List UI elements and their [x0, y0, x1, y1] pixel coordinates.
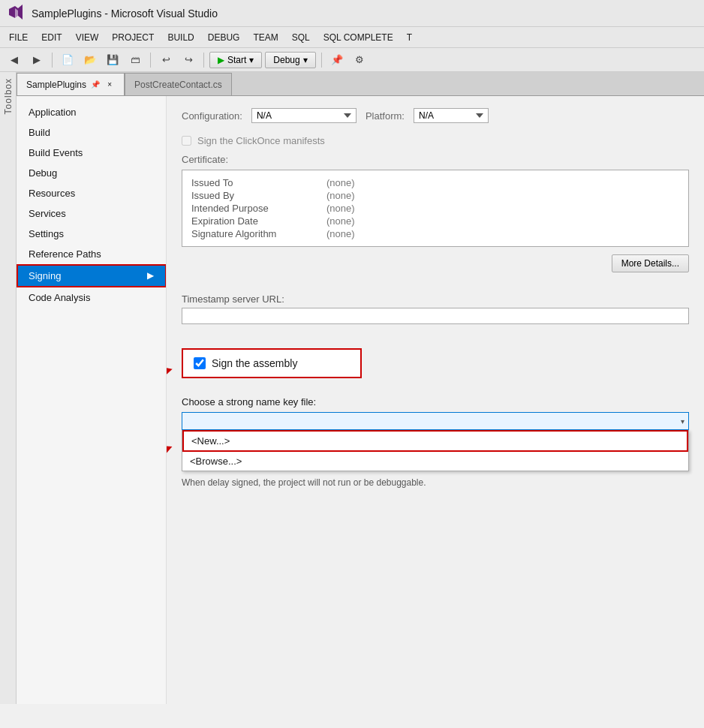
cert-key-expiration-date: Expiration Date — [191, 215, 326, 227]
save-button[interactable]: 💾 — [103, 51, 122, 69]
cert-key-intended-purpose: Intended Purpose — [191, 203, 326, 214]
key-file-section: Choose a strong name key file: ▾ <New...… — [182, 396, 689, 488]
save-all-button[interactable]: 🗃 — [125, 51, 145, 69]
start-arrow: ▾ — [249, 55, 254, 65]
cert-row-issued-by: Issued By (none) — [191, 189, 679, 202]
cert-row-expiration-date: Expiration Date (none) — [191, 215, 679, 227]
choose-key-label: Choose a strong name key file: — [182, 396, 689, 408]
cert-value-signature-algorithm: (none) — [326, 228, 355, 239]
configuration-row: Configuration: N/A Platform: N/A — [182, 108, 689, 123]
start-label: Start — [227, 55, 246, 65]
toolbox-sidebar: Toolbox — [0, 72, 17, 704]
redo-button[interactable]: ↪ — [179, 51, 198, 69]
undo-button[interactable]: ↩ — [156, 51, 176, 69]
nav-item-signing[interactable]: Signing ▶ — [17, 264, 166, 287]
settings-button[interactable]: ⚙ — [350, 51, 369, 69]
sign-clickonce-label: Sign the ClickOnce manifests — [197, 135, 325, 146]
cert-key-signature-algorithm: Signature Algorithm — [191, 228, 326, 239]
nav-item-resources[interactable]: Resources — [17, 183, 166, 203]
menu-bar: FILE EDIT VIEW PROJECT BUILD DEBUG TEAM … — [0, 27, 704, 48]
cert-key-issued-by: Issued By — [191, 190, 326, 201]
key-file-dropdown-container: ▾ — [182, 412, 689, 430]
nav-item-reference-paths[interactable]: Reference Paths — [17, 244, 166, 264]
sign-assembly-label: Sign the assembly — [212, 357, 297, 369]
sign-clickonce-row: Sign the ClickOnce manifests — [182, 135, 689, 146]
more-details-button[interactable]: More Details... — [612, 254, 689, 272]
tab-label-sample-plugins: SamplePlugins — [26, 80, 86, 90]
main-layout: Toolbox SamplePlugins 📌 × PostCreateCont… — [0, 72, 704, 704]
certificate-box: Issued To (none) Issued By (none) Intend… — [182, 170, 689, 247]
tab-close-icon[interactable]: × — [104, 80, 115, 90]
window-title: SamplePlugins - Microsoft Visual Studio — [32, 8, 218, 20]
debug-dropdown[interactable]: Debug ▾ — [265, 52, 315, 68]
start-icon: ▶ — [218, 55, 224, 65]
pin-button[interactable]: 📌 — [327, 51, 347, 69]
tab-pin-icon[interactable]: 📌 — [91, 80, 100, 89]
toolbar-separator — [52, 53, 53, 68]
timestamp-input[interactable] — [182, 308, 689, 324]
timestamp-label: Timestamp server URL: — [182, 293, 689, 305]
cert-value-issued-to: (none) — [326, 177, 355, 188]
delay-sign-info: When delay signed, the project will not … — [182, 477, 689, 488]
arrow-sign-assembly — [167, 348, 182, 393]
menu-edit[interactable]: EDIT — [35, 30, 68, 45]
nav-item-build[interactable]: Build — [17, 122, 166, 143]
configuration-select[interactable]: N/A — [251, 108, 357, 123]
open-button[interactable]: 📂 — [80, 51, 100, 69]
platform-label: Platform: — [366, 110, 405, 122]
toolbar-separator-2 — [150, 53, 151, 68]
key-file-input[interactable] — [182, 412, 689, 430]
sign-clickonce-checkbox[interactable] — [182, 136, 191, 146]
nav-item-code-analysis[interactable]: Code Analysis — [17, 287, 166, 308]
signing-arrow-icon: ▶ — [147, 270, 154, 281]
nav-item-debug[interactable]: Debug — [17, 163, 166, 183]
toolbar: ◀ ▶ 📄 📂 💾 🗃 ↩ ↪ ▶ Start ▾ Debug ▾ 📌 ⚙ — [0, 48, 704, 72]
timestamp-section: Timestamp server URL: — [182, 293, 689, 336]
menu-build[interactable]: BUILD — [161, 30, 200, 45]
toolbar-separator-3 — [203, 53, 204, 68]
start-button[interactable]: ▶ Start ▾ — [209, 52, 262, 68]
tab-label-post-create: PostCreateContact.cs — [134, 80, 222, 90]
dropdown-option-new[interactable]: <New...> — [182, 430, 688, 452]
tab-post-create[interactable]: PostCreateContact.cs — [125, 73, 232, 95]
certificate-label: Certificate: — [182, 154, 689, 165]
menu-sql-complete[interactable]: SQL COMPLETE — [317, 30, 399, 45]
menu-debug[interactable]: DEBUG — [202, 30, 246, 45]
menu-sql[interactable]: SQL — [286, 30, 316, 45]
clearfix: More Details... — [182, 254, 689, 281]
dropdown-options: <New...> <Browse...> — [182, 430, 689, 471]
cert-value-issued-by: (none) — [326, 190, 355, 201]
arrow-signing — [167, 351, 170, 396]
dropdown-option-browse[interactable]: <Browse...> — [182, 452, 688, 471]
back-button[interactable]: ◀ — [5, 51, 24, 69]
menu-project[interactable]: PROJECT — [106, 30, 160, 45]
debug-arrow: ▾ — [303, 55, 308, 65]
menu-team[interactable]: TEAM — [247, 30, 284, 45]
tab-sample-plugins[interactable]: SamplePlugins 📌 × — [17, 73, 125, 95]
nav-item-build-events[interactable]: Build Events — [17, 143, 166, 163]
vs-logo-icon — [8, 5, 26, 23]
menu-more[interactable]: T — [401, 30, 418, 45]
cert-row-intended-purpose: Intended Purpose (none) — [191, 202, 679, 215]
toolbox-label: Toolbox — [3, 78, 14, 114]
cert-value-expiration-date: (none) — [326, 215, 355, 227]
menu-view[interactable]: VIEW — [70, 30, 105, 45]
nav-item-application[interactable]: Application — [17, 102, 166, 122]
cert-key-issued-to: Issued To — [191, 177, 326, 188]
menu-file[interactable]: FILE — [3, 30, 34, 45]
sign-assembly-section: Sign the assembly — [182, 348, 362, 378]
left-nav: Application Build Build Events Debug Res… — [17, 96, 167, 704]
title-bar: SamplePlugins - Microsoft Visual Studio — [0, 0, 704, 27]
sign-assembly-checkbox[interactable] — [194, 357, 206, 369]
nav-item-settings[interactable]: Settings — [17, 224, 166, 244]
new-project-button[interactable]: 📄 — [58, 51, 77, 69]
arrow-signing-container — [167, 351, 170, 399]
platform-select[interactable]: N/A — [414, 108, 489, 123]
nav-item-services[interactable]: Services — [17, 203, 166, 224]
toolbar-separator-4 — [321, 53, 322, 68]
right-panel: Configuration: N/A Platform: N/A Sign th… — [167, 96, 704, 704]
document-area: SamplePlugins 📌 × PostCreateContact.cs A… — [17, 72, 704, 704]
forward-button[interactable]: ▶ — [27, 51, 47, 69]
cert-row-signature-algorithm: Signature Algorithm (none) — [191, 227, 679, 240]
cert-row-issued-to: Issued To (none) — [191, 176, 679, 189]
